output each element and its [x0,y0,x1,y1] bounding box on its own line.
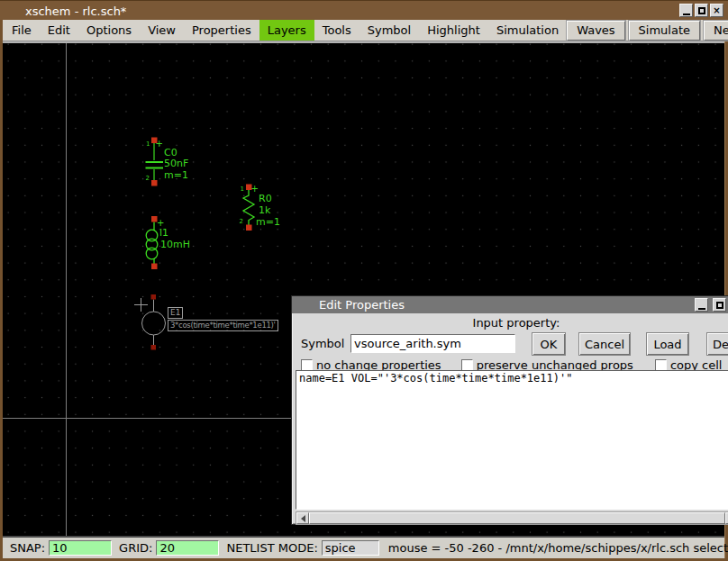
menu-options[interactable]: Options [78,20,140,41]
menu-file[interactable]: File [4,20,40,41]
load-button[interactable]: Load [646,332,689,356]
netlist-button[interactable]: Netlist [704,21,728,41]
menu-properties[interactable]: Properties [184,20,259,41]
window-titlebar[interactable]: xschem - rlc.sch* × [0,0,728,20]
menu-simulation[interactable]: Simulation [488,20,567,41]
maximize-icon[interactable] [695,4,708,17]
input-property-label: Input property: [292,313,728,330]
window-title: xschem - rlc.sch* [25,5,126,18]
menu-tools[interactable]: Tools [314,20,359,41]
dialog-maximize-icon[interactable] [713,298,726,312]
property-textarea[interactable]: name=E1 VOL="'3*cos(time*time*time*1e11)… [296,370,728,510]
ok-button[interactable]: OK [532,332,566,356]
menu-bar: File Edit Options View Properties Layers… [3,20,724,41]
menu-symbol[interactable]: Symbol [359,20,419,41]
symbol-label: Symbol [301,337,344,350]
edit-properties-dialog: Edit Properties Input property: Symbol O… [291,295,728,525]
textarea-hscrollbar[interactable] [296,511,728,525]
dialog-titlebar[interactable]: Edit Properties [292,296,728,313]
simulate-button[interactable]: Simulate [629,21,700,41]
netlist-mode-label: NETLIST MODE: [226,541,317,555]
dialog-title: Edit Properties [319,298,405,312]
menu-highlight[interactable]: Highlight [419,20,488,41]
snap-label: SNAP: [10,541,45,555]
scrollbar-thumb[interactable] [309,512,725,524]
del-button[interactable]: Del [706,332,728,356]
grid-input[interactable] [156,540,219,556]
symbol-input[interactable] [350,334,515,353]
snap-input[interactable] [49,540,112,556]
netlist-mode-input[interactable] [322,540,379,556]
menu-layers[interactable]: Layers [259,20,314,41]
window-frame-left [0,20,3,561]
menu-edit[interactable]: Edit [40,20,78,41]
mouse-status-text: mouse = -50 -260 - /mnt/x/home/schippes/… [388,541,728,555]
waves-button[interactable]: Waves [567,21,624,41]
grid-label: GRID: [119,541,152,555]
cancel-button[interactable]: Cancel [578,332,631,356]
status-bar: SNAP: GRID: NETLIST MODE: mouse = -50 -2… [3,536,724,558]
close-icon[interactable]: × [710,4,723,17]
minimize-icon[interactable] [679,4,693,17]
dialog-minimize-icon[interactable] [695,298,708,312]
menu-view[interactable]: View [140,20,184,41]
scroll-left-icon[interactable] [296,512,309,524]
